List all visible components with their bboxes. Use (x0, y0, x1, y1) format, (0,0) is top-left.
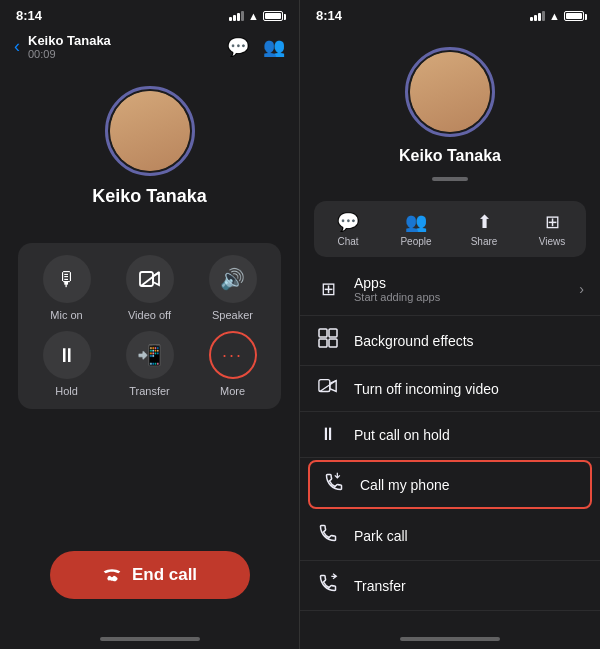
right-wifi-icon: ▲ (549, 10, 560, 22)
right-avatar (410, 52, 490, 132)
more-label: More (220, 385, 245, 397)
views-tab-icon: ⊞ (545, 211, 560, 233)
menu-transfer[interactable]: Transfer (300, 561, 600, 611)
background-title: Background effects (354, 333, 584, 349)
chat-tab-icon: 💬 (337, 211, 359, 233)
drag-handle (432, 177, 468, 181)
speaker-icon-wrap: 🔊 (209, 255, 257, 303)
call-info: Keiko Tanaka 00:09 (28, 33, 227, 60)
left-home-indicator (100, 637, 200, 641)
wifi-icon: ▲ (248, 10, 259, 22)
right-avatar-section: Keiko Tanaka (300, 27, 600, 195)
share-tab-icon: ⬆ (477, 211, 492, 233)
park-title: Park call (354, 528, 584, 544)
park-text: Park call (354, 528, 584, 544)
chat-tab-label: Chat (337, 236, 358, 247)
call-phone-text: Call my phone (360, 477, 578, 493)
menu-park[interactable]: Park call (300, 511, 600, 561)
left-phone: 8:14 ▲ ‹ Keiko Tanaka 00:09 💬 👥 (0, 0, 300, 649)
background-icon (316, 328, 340, 353)
menu-apps[interactable]: ⊞ Apps Start adding apps › (300, 263, 600, 316)
hold-menu-text: Put call on hold (354, 427, 584, 443)
people-header-icon[interactable]: 👥 (263, 36, 285, 58)
right-home-indicator (400, 637, 500, 641)
end-call-label: End call (132, 565, 197, 585)
hold-icon-wrap: ⏸ (43, 331, 91, 379)
left-avatar-section: Keiko Tanaka (0, 66, 299, 233)
tab-people[interactable]: 👥 People (382, 207, 450, 251)
transfer-icon-wrap: 📲 (126, 331, 174, 379)
apps-subtitle: Start adding apps (354, 291, 565, 303)
people-tab-label: People (400, 236, 431, 247)
hold-menu-title: Put call on hold (354, 427, 584, 443)
svg-rect-3 (329, 329, 337, 337)
right-status-icons: ▲ (530, 10, 584, 22)
left-status-icons: ▲ (229, 10, 283, 22)
transfer-label: Transfer (129, 385, 170, 397)
call-duration: 00:09 (28, 48, 227, 60)
tab-bar: 💬 Chat 👥 People ⬆ Share ⊞ Views (314, 201, 586, 257)
signal-icon (229, 11, 244, 21)
call-name: Keiko Tanaka (28, 33, 227, 48)
share-tab-label: Share (471, 236, 498, 247)
incoming-video-text: Turn off incoming video (354, 381, 584, 397)
incoming-video-title: Turn off incoming video (354, 381, 584, 397)
right-status-bar: 8:14 ▲ (300, 0, 600, 27)
speaker-button[interactable]: 🔊 Speaker (196, 255, 269, 321)
tab-share[interactable]: ⬆ Share (450, 207, 518, 251)
left-avatar (110, 91, 190, 171)
call-phone-title: Call my phone (360, 477, 578, 493)
call-phone-icon (322, 472, 346, 497)
incoming-video-icon (316, 378, 340, 399)
background-text: Background effects (354, 333, 584, 349)
video-icon-wrap (126, 255, 174, 303)
left-avatar-ring (105, 86, 195, 176)
back-button[interactable]: ‹ (14, 36, 20, 57)
left-status-bar: 8:14 ▲ (0, 0, 299, 27)
mic-icon-wrap: 🎙 (43, 255, 91, 303)
right-caller-name: Keiko Tanaka (399, 147, 501, 165)
apps-icon: ⊞ (316, 278, 340, 300)
tab-views[interactable]: ⊞ Views (518, 207, 586, 251)
more-button[interactable]: ··· More (196, 331, 269, 397)
svg-rect-2 (319, 329, 327, 337)
left-caller-name: Keiko Tanaka (92, 186, 207, 207)
transfer-menu-icon (316, 573, 340, 598)
menu-call-phone[interactable]: Call my phone (308, 460, 592, 509)
header-icons: 💬 👥 (227, 36, 285, 58)
end-call-wrap: End call (0, 551, 299, 649)
right-phone: 8:14 ▲ Keiko Tanaka 💬 Chat 👥 People (300, 0, 600, 649)
left-time: 8:14 (16, 8, 42, 23)
chat-header-icon[interactable]: 💬 (227, 36, 249, 58)
views-tab-label: Views (539, 236, 566, 247)
mic-label: Mic on (50, 309, 82, 321)
svg-rect-5 (329, 339, 337, 347)
transfer-button[interactable]: 📲 Transfer (113, 331, 186, 397)
video-label: Video off (128, 309, 171, 321)
right-avatar-ring (405, 47, 495, 137)
apps-title: Apps (354, 275, 565, 291)
people-tab-icon: 👥 (405, 211, 427, 233)
tab-chat[interactable]: 💬 Chat (314, 207, 382, 251)
hold-label: Hold (55, 385, 78, 397)
menu-list: ⊞ Apps Start adding apps › Background ef… (300, 263, 600, 649)
mic-button[interactable]: 🎙 Mic on (30, 255, 103, 321)
end-call-button[interactable]: End call (50, 551, 250, 599)
battery-icon (263, 11, 283, 21)
controls-grid: 🎙 Mic on Video off 🔊 Speaker ⏸ Hold 📲 Tr… (18, 243, 281, 409)
menu-incoming-video[interactable]: Turn off incoming video (300, 366, 600, 412)
video-button[interactable]: Video off (113, 255, 186, 321)
menu-background[interactable]: Background effects (300, 316, 600, 366)
call-header: ‹ Keiko Tanaka 00:09 💬 👥 (0, 27, 299, 66)
transfer-menu-text: Transfer (354, 578, 584, 594)
hold-menu-icon: ⏸ (316, 424, 340, 445)
speaker-label: Speaker (212, 309, 253, 321)
more-icon-wrap: ··· (209, 331, 257, 379)
apps-chevron-icon: › (579, 281, 584, 297)
right-time: 8:14 (316, 8, 342, 23)
hold-button[interactable]: ⏸ Hold (30, 331, 103, 397)
right-battery-icon (564, 11, 584, 21)
apps-text: Apps Start adding apps (354, 275, 565, 303)
menu-hold[interactable]: ⏸ Put call on hold (300, 412, 600, 458)
svg-rect-4 (319, 339, 327, 347)
